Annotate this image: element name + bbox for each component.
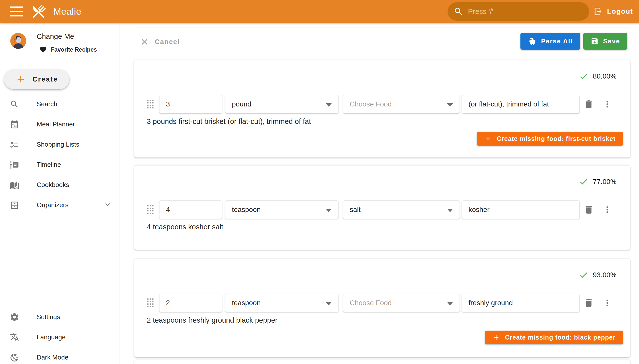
global-search[interactable]: [448, 2, 589, 21]
favorite-recipes-link[interactable]: Favorite Recipes: [40, 46, 97, 53]
create-missing-food-button[interactable]: Create missing food: black pepper: [485, 330, 623, 344]
gear-icon: [10, 312, 20, 322]
unit-select[interactable]: pound: [225, 95, 338, 114]
sidebar-item-cookbooks[interactable]: Cookbooks: [0, 175, 120, 195]
delete-button[interactable]: [583, 204, 594, 216]
create-label: Create: [33, 76, 58, 83]
moon-stars-icon: [10, 352, 20, 362]
parse-all-label: Parse All: [541, 38, 573, 45]
menu-icon[interactable]: [10, 6, 23, 16]
food-select[interactable]: Choose Food: [343, 294, 460, 312]
delete-button[interactable]: [583, 297, 594, 309]
unit-select[interactable]: teaspoon: [225, 200, 338, 219]
more-options-button[interactable]: [601, 98, 613, 110]
delete-button[interactable]: [583, 98, 594, 110]
ingredient-fields: pound Choose Food: [134, 95, 630, 114]
trash-icon: [584, 99, 594, 110]
cancel-button[interactable]: Cancel: [140, 36, 180, 48]
sidebar-item-meal-planner[interactable]: Meal Planner: [0, 114, 120, 134]
logout-label: Logout: [607, 8, 633, 16]
avatar[interactable]: [10, 33, 26, 49]
sheet-top-divider: [136, 27, 630, 28]
sidebar-item-shopping-lists[interactable]: Shopping Lists: [0, 134, 120, 154]
sidebar-item-dark-mode[interactable]: Dark Mode: [0, 347, 120, 364]
sidebar: Change Me Favorite Recipes Create Search…: [0, 23, 120, 364]
top-app-bar: Mealie Logout: [0, 0, 639, 23]
create-button[interactable]: Create: [4, 69, 69, 89]
more-options-button[interactable]: [601, 204, 613, 216]
sidebar-nav: Search Meal Planner Shopping Lists Timel…: [0, 94, 120, 215]
search-icon: [10, 99, 20, 109]
app-title: Mealie: [53, 6, 81, 17]
confidence-value: 77.00%: [593, 178, 616, 186]
mealie-logo-icon: [29, 2, 48, 22]
ingredient-card: 93.00% teaspoon Choose Food 2 teaspoons …: [134, 258, 630, 357]
check-icon: [579, 72, 588, 81]
note-input[interactable]: [462, 200, 580, 219]
sidebar-item-organizers[interactable]: Organizers: [0, 195, 120, 215]
dots-vertical-icon: [602, 99, 612, 109]
search-input[interactable]: [468, 8, 573, 16]
sidebar-divider: [0, 60, 120, 60]
sidebar-item-language[interactable]: Language: [0, 327, 120, 347]
parse-all-button[interactable]: Parse All: [520, 33, 580, 50]
ingredient-fields: teaspoon Choose Food: [134, 294, 630, 312]
confidence-value: 80.00%: [593, 72, 616, 80]
heart-icon: [40, 46, 47, 53]
save-label: Save: [603, 38, 620, 45]
logout-icon: [593, 7, 602, 16]
logout-button[interactable]: Logout: [593, 4, 633, 18]
book-open-icon: [10, 180, 20, 190]
check-icon: [579, 270, 588, 280]
sidebar-item-settings[interactable]: Settings: [0, 307, 120, 327]
confidence-row: 77.00%: [579, 177, 616, 186]
plus-icon: [484, 135, 492, 142]
list-checks-icon: [10, 140, 20, 150]
quantity-input[interactable]: [159, 200, 222, 219]
ingredient-fields: teaspoon salt: [134, 200, 630, 219]
drag-handle-icon[interactable]: [147, 298, 154, 308]
sidebar-footer: Settings Language Dark Mode: [0, 307, 120, 364]
search-icon: [454, 6, 464, 16]
note-input[interactable]: [462, 95, 580, 114]
original-ingredient-text: 2 teaspoons freshly ground black pepper: [147, 316, 278, 324]
menu-down-icon: [447, 209, 453, 212]
ingredient-card: 80.00% pound Choose Food 3 pounds first-…: [134, 60, 630, 158]
save-button[interactable]: Save: [583, 33, 627, 50]
trash-icon: [584, 298, 594, 308]
drag-handle-icon[interactable]: [147, 205, 154, 215]
drag-handle-icon[interactable]: [147, 100, 154, 109]
food-select[interactable]: salt: [343, 200, 460, 219]
note-input[interactable]: [462, 294, 580, 312]
chevron-down-icon[interactable]: [103, 200, 112, 210]
sidebar-item-search[interactable]: Search: [0, 94, 120, 114]
confidence-row: 93.00%: [579, 270, 616, 280]
menu-down-icon: [326, 103, 332, 107]
user-name: Change Me: [37, 32, 74, 41]
food-select[interactable]: Choose Food: [343, 95, 460, 114]
menu-down-icon: [326, 209, 332, 212]
sidebar-item-timeline[interactable]: Timeline: [0, 154, 120, 175]
timeline-icon: [10, 160, 20, 170]
quantity-input[interactable]: [159, 294, 222, 312]
unit-select[interactable]: teaspoon: [225, 294, 338, 312]
check-icon: [579, 177, 588, 186]
menu-down-icon: [447, 103, 453, 107]
original-ingredient-text: 3 pounds first-cut brisket (or flat-cut)…: [147, 118, 311, 126]
confidence-value: 93.00%: [593, 271, 616, 279]
create-missing-food-button[interactable]: Create missing food: first-cut brisket: [477, 132, 623, 146]
dots-vertical-icon: [602, 205, 612, 215]
favorites-label: Favorite Recipes: [51, 46, 97, 53]
dots-vertical-icon: [602, 298, 612, 308]
mealie-app: Mealie Logout Change: [0, 0, 639, 364]
confidence-row: 80.00%: [579, 72, 616, 81]
close-icon: [140, 37, 149, 46]
menu-down-icon: [326, 302, 332, 306]
apple-icon: [528, 37, 537, 46]
quantity-input[interactable]: [159, 95, 222, 114]
plus-icon: [16, 74, 26, 84]
drawer-icon: [10, 200, 20, 210]
plus-icon: [493, 334, 500, 341]
more-options-button[interactable]: [601, 297, 613, 309]
ingredient-card: 77.00% teaspoon salt 4 teaspoons kosher …: [134, 165, 630, 250]
